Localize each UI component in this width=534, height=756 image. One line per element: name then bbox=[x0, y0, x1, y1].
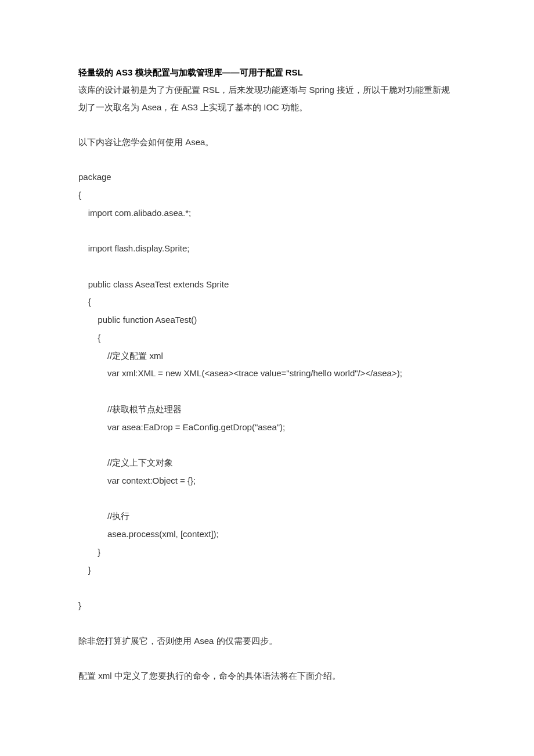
intro-paragraph-1: 该库的设计最初是为了方便配置 RSL，后来发现功能逐渐与 Spring 接近，所… bbox=[78, 81, 456, 116]
title-text: 轻量级的 AS3 模块配置与加载管理库——可用于配置 RSL bbox=[78, 67, 303, 77]
spacer bbox=[78, 151, 456, 168]
outro-paragraph-2: 配置 xml 中定义了您要执行的命令，命令的具体语法将在下面介绍。 bbox=[78, 667, 456, 685]
spacer bbox=[78, 650, 456, 667]
document-content: 轻量级的 AS3 模块配置与加载管理库——可用于配置 RSL 该库的设计最初是为… bbox=[78, 64, 456, 685]
spacer bbox=[78, 615, 456, 632]
spacer bbox=[78, 116, 456, 134]
document-title: 轻量级的 AS3 模块配置与加载管理库——可用于配置 RSL bbox=[78, 64, 456, 81]
code-block: package { import com.alibado.asea.*; imp… bbox=[78, 168, 456, 615]
intro-paragraph-2: 以下内容让您学会如何使用 Asea。 bbox=[78, 134, 456, 151]
outro-paragraph-1: 除非您打算扩展它，否则使用 Asea 的仅需要四步。 bbox=[78, 632, 456, 650]
